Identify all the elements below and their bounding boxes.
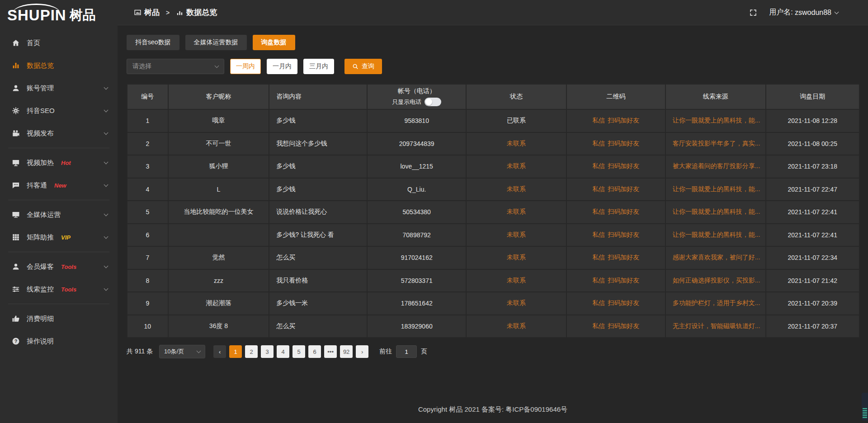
inquiry-date: 2021-11-08 12:28 <box>766 109 859 132</box>
private-message-link[interactable]: 私信 <box>592 322 605 329</box>
clue-source-link[interactable]: 被大家追着问的客厅投影分享... <box>673 162 760 169</box>
sidebar-item-douyin-seo[interactable]: 抖音SEO <box>0 99 118 122</box>
scan-qr-link[interactable]: 扫码加好友 <box>608 208 639 215</box>
sidebar-item-home[interactable]: 首页 <box>0 32 118 54</box>
floating-widget[interactable] <box>862 393 868 421</box>
phone-only-toggle[interactable] <box>425 98 441 106</box>
tab-douyin-seo-data[interactable]: 抖音seo数据 <box>127 35 179 50</box>
screen-icon <box>12 159 20 167</box>
sidebar-item-label: 操作说明 <box>27 337 54 346</box>
sidebar-item-clue-monitor[interactable]: 线索监控Tools <box>0 278 118 301</box>
qr-cell: 私信扫码加好友 <box>566 315 665 338</box>
clue-source-link[interactable]: 感谢大家喜欢我家，被问了好... <box>673 254 760 261</box>
sidebar-item-video-publish[interactable]: 视频发布 <box>0 122 118 145</box>
column-header-4: 状态 <box>466 84 566 109</box>
row-id: 8 <box>127 269 168 292</box>
username-value: zswodun88 <box>795 9 831 17</box>
scan-qr-link[interactable]: 扫码加好友 <box>608 277 639 284</box>
chevron-down-icon <box>104 264 108 268</box>
private-message-link[interactable]: 私信 <box>592 254 605 261</box>
private-message-link[interactable]: 私信 <box>592 208 605 215</box>
scan-qr-link[interactable]: 扫码加好友 <box>608 162 639 169</box>
sidebar-item-media-operation[interactable]: 全媒体运营 <box>0 203 118 226</box>
svg-text:?: ? <box>14 339 17 344</box>
query-button[interactable]: 查询 <box>344 59 382 74</box>
scan-qr-link[interactable]: 扫码加好友 <box>608 185 639 193</box>
clue-source-link[interactable]: 让你一眼就爱上的黑科技，能... <box>673 231 760 238</box>
sidebar-item-operation-guide[interactable]: ?操作说明 <box>0 330 118 352</box>
private-message-link[interactable]: 私信 <box>592 277 605 284</box>
sidebar-item-account-management[interactable]: 账号管理 <box>0 77 118 99</box>
page-button-92[interactable]: 92 <box>340 345 353 358</box>
range-button-three-months[interactable]: 三月内 <box>303 59 334 74</box>
filter-select[interactable]: 请选择 <box>127 59 224 74</box>
private-message-link[interactable]: 私信 <box>592 231 605 238</box>
breadcrumb-root[interactable]: 树品 <box>144 7 160 18</box>
row-id: 2 <box>127 132 168 155</box>
page-buttons: ‹123456•••92› <box>213 345 368 358</box>
consult-content: 我只看价格 <box>269 269 367 292</box>
private-message-link[interactable]: 私信 <box>592 185 605 193</box>
bar-chart-icon <box>12 61 20 70</box>
sidebar-item-label: 抖客通 <box>27 181 47 190</box>
sidebar-item-douketong[interactable]: 抖客通New <box>0 174 118 197</box>
scan-qr-link[interactable]: 扫码加好友 <box>608 231 639 238</box>
consult-content: 多少钱 <box>269 155 367 178</box>
qr-cell: 私信扫码加好友 <box>566 132 665 155</box>
page-ellipsis[interactable]: ••• <box>324 345 337 358</box>
private-message-link[interactable]: 私信 <box>592 162 605 169</box>
page-button-5[interactable]: 5 <box>292 345 305 358</box>
account-value: love__1215 <box>367 155 466 178</box>
clue-source-link[interactable]: 客厅安装投影半年多了，真实... <box>673 140 760 147</box>
page-button-2[interactable]: 2 <box>245 345 258 358</box>
private-message-link[interactable]: 私信 <box>592 140 605 147</box>
search-icon <box>352 63 359 70</box>
clue-source-link[interactable]: 多功能护栏灯，适用于乡村文... <box>673 299 760 306</box>
page-button-1[interactable]: 1 <box>229 345 242 358</box>
clue-source-link[interactable]: 让你一眼就爱上的黑科技，能... <box>673 117 760 124</box>
private-message-link[interactable]: 私信 <box>592 299 605 306</box>
range-button-one-month[interactable]: 一月内 <box>267 59 297 74</box>
clue-source-link[interactable]: 让你一眼就爱上的黑科技，能... <box>673 208 760 215</box>
goto-page-input[interactable] <box>396 345 417 358</box>
sidebar-item-member-burst[interactable]: 会员爆客Tools <box>0 255 118 278</box>
consult-content: 说说价格让我死心 <box>269 201 367 224</box>
prev-page-button[interactable]: ‹ <box>213 345 226 358</box>
page-button-4[interactable]: 4 <box>277 345 289 358</box>
table-row: 1036度 8怎么买183929060未联系私信扫码加好友无主灯设计，智能磁吸轨… <box>127 315 859 338</box>
status-cell: 未联系 <box>466 178 566 201</box>
page-button-6[interactable]: 6 <box>308 345 321 358</box>
clue-source-link[interactable]: 无主灯设计，智能磁吸轨道灯... <box>673 322 760 329</box>
scan-qr-link[interactable]: 扫码加好友 <box>608 117 639 124</box>
user-menu[interactable]: 用户名: zswodun88 <box>769 8 838 17</box>
tab-media-operation-data[interactable]: 全媒体运营数据 <box>185 35 247 50</box>
range-button-one-week[interactable]: 一周内 <box>230 59 261 74</box>
sidebar-item-label: 线索监控 <box>27 285 54 294</box>
sidebar-item-video-heat[interactable]: 视频加热Hot <box>0 151 118 174</box>
inquiry-date: 2021-11-07 22:41 <box>766 201 859 224</box>
sidebar-menu: 首页数据总览账号管理抖音SEO视频发布视频加热Hot抖客通New全媒体运营矩阵助… <box>0 32 118 352</box>
page-size-select[interactable]: 10条/页 <box>159 345 205 358</box>
qr-cell: 私信扫码加好友 <box>566 292 665 315</box>
consult-content: 怎么买 <box>269 246 367 269</box>
scan-qr-link[interactable]: 扫码加好友 <box>608 254 639 261</box>
private-message-link[interactable]: 私信 <box>592 117 605 124</box>
fullscreen-icon[interactable] <box>749 9 757 17</box>
scan-qr-link[interactable]: 扫码加好友 <box>608 299 639 306</box>
sidebar-divider <box>8 252 109 252</box>
data-tabs: 抖音seo数据全媒体运营数据询盘数据 <box>127 35 860 50</box>
table-row: 8zzz我只看价格572803371未联系私信扫码加好友如何正确选择投影仪，买投… <box>127 269 859 292</box>
video-camera-icon <box>12 129 20 137</box>
next-page-button[interactable]: › <box>356 345 368 358</box>
scan-qr-link[interactable]: 扫码加好友 <box>608 140 639 147</box>
sidebar-item-matrix-boost[interactable]: 矩阵助推VIP <box>0 226 118 249</box>
clue-source-link[interactable]: 如何正确选择投影仪，买投影... <box>673 277 760 284</box>
page-button-3[interactable]: 3 <box>261 345 274 358</box>
clue-source-link[interactable]: 让你一眼就爱上的黑科技，能... <box>673 185 760 193</box>
sidebar-item-data-overview[interactable]: 数据总览 <box>0 54 118 77</box>
tab-inquiry-data[interactable]: 询盘数据 <box>253 35 295 50</box>
status-badge: 未联系 <box>507 254 526 261</box>
scan-qr-link[interactable]: 扫码加好友 <box>608 322 639 329</box>
sidebar-item-consumption-detail[interactable]: 消费明细 <box>0 307 118 330</box>
customer-nickname: L <box>168 178 269 201</box>
